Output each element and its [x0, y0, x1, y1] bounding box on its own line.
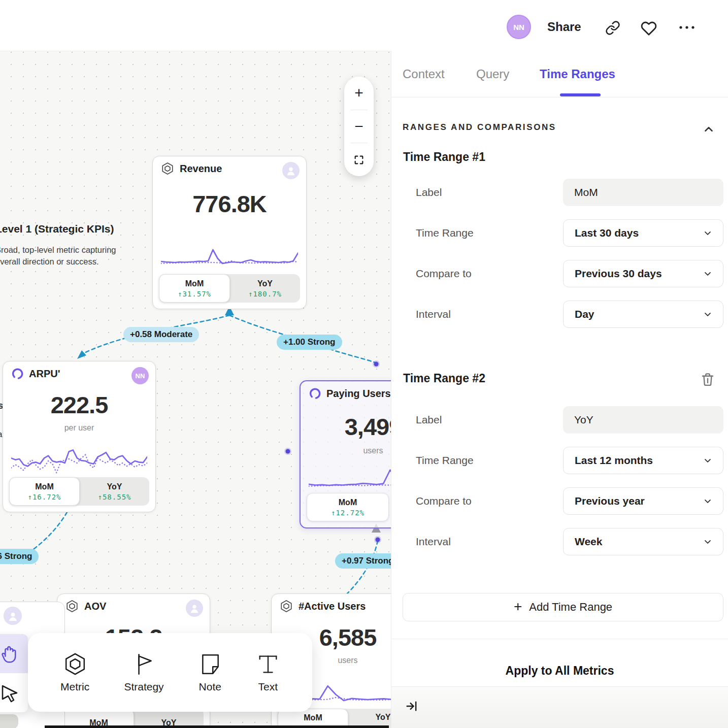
spinner-arc-icon — [11, 368, 23, 380]
tab-time-ranges[interactable]: Time Ranges — [540, 67, 615, 81]
flag-icon — [132, 652, 155, 676]
text-icon — [256, 652, 280, 676]
card-title: ARPU' — [29, 368, 60, 380]
time-range-toggle: MoM ↑31.57% YoY ↑180.7% — [159, 274, 300, 303]
chevron-down-icon — [703, 228, 713, 238]
sparkline-chart — [11, 439, 147, 479]
field-interval-2: Interval Week — [403, 528, 723, 555]
link-icon — [605, 20, 620, 36]
time-range-select[interactable]: Last 12 months — [563, 447, 723, 474]
tab-query[interactable]: Query — [476, 67, 509, 81]
card-title: #Active Users — [299, 601, 366, 612]
owner-avatar-nn[interactable]: NN — [131, 367, 149, 384]
toggle-mom[interactable]: MoM ↑31.57% — [159, 274, 230, 303]
correlation-badge[interactable]: +1.00 Strong — [277, 335, 342, 350]
canvas-note-body: Broad, top-level metric capturing overal… — [0, 244, 116, 268]
window-edge-strip — [45, 725, 389, 728]
canvas-note-title: Level 1 (Strategic KPIs) — [0, 223, 114, 235]
label-input[interactable]: YoY — [563, 406, 723, 434]
toggle-yoy[interactable]: YoY ↑58.55% — [80, 477, 149, 506]
ellipsis-icon — [678, 23, 696, 31]
interval-select[interactable]: Day — [563, 301, 723, 328]
owner-avatar-icon[interactable] — [282, 162, 300, 179]
zoom-in-button[interactable]: + — [344, 77, 374, 110]
delta-value: ↑31.57% — [178, 290, 211, 298]
panel-footer — [391, 686, 728, 728]
panel-tabs: Context Query Time Ranges — [391, 51, 728, 97]
correlation-badge[interactable]: 66 Strong — [0, 549, 39, 564]
toggle-mom[interactable]: MoM ↑12.72% — [307, 493, 389, 521]
metric-unit: per user — [3, 423, 155, 433]
zoom-out-button[interactable]: − — [344, 110, 374, 143]
time-range-2-title: Time Range #2 — [403, 372, 485, 385]
fit-view-button[interactable] — [344, 143, 374, 176]
hexagon-metric-icon — [63, 652, 87, 676]
time-range-toggle: MoM ↑16.72% YoY ↑58.55% — [9, 477, 149, 506]
field-time-range-2: Time Range Last 12 months — [403, 447, 723, 474]
field-interval-1: Interval Day — [403, 301, 723, 328]
chevron-down-icon — [703, 455, 713, 466]
collapse-panel-button[interactable] — [405, 699, 419, 713]
metric-card-revenue[interactable]: Revenue 776.8K MoM ↑31.57% YoY ↑180.7% — [152, 156, 307, 309]
toggle-yoy[interactable]: YoY ↑180.7% — [230, 274, 300, 303]
collapse-section-button[interactable] — [702, 123, 715, 136]
delta-value: ↑16.72% — [27, 493, 61, 501]
owner-avatar-icon[interactable] — [186, 600, 203, 617]
correlation-badge[interactable]: +0.58 Moderate — [123, 327, 199, 342]
add-time-range-button[interactable]: + Add Time Range — [403, 593, 723, 621]
apply-all-metrics-button[interactable]: Apply to All Metrics — [391, 664, 728, 678]
app-window: Level 1 (Strategic KPIs) Broad, top-leve… — [0, 0, 728, 728]
section-header: RANGES AND COMPARISONS — [403, 122, 556, 133]
tool-note[interactable]: Note — [198, 652, 222, 693]
hexagon-metric-icon — [65, 600, 79, 613]
hexagon-metric-icon — [280, 600, 293, 613]
hand-tool-button[interactable] — [0, 634, 28, 673]
label-input[interactable]: MoM — [563, 179, 723, 206]
collapse-right-icon — [407, 702, 416, 710]
delete-time-range-button[interactable] — [700, 372, 715, 387]
toggle-mom[interactable]: MoM ↑16.72% — [9, 477, 80, 506]
clipped-text-fragment: a — [0, 429, 2, 440]
delta-value: ↑180.7% — [248, 290, 282, 298]
trash-icon — [703, 374, 713, 385]
metric-tree-canvas[interactable]: Level 1 (Strategic KPIs) Broad, top-leve… — [0, 51, 391, 728]
object-toolbar: Metric Strategy Note — [28, 633, 312, 712]
owner-avatar-icon — [4, 607, 22, 625]
delta-value: ↑58.55% — [97, 493, 131, 501]
chevron-down-icon — [703, 496, 713, 506]
select-tool-button[interactable] — [0, 673, 28, 712]
field-label-1: Label MoM — [403, 179, 723, 206]
chevron-down-icon — [703, 537, 713, 547]
top-bar: NN Share — [0, 0, 728, 51]
hand-icon — [0, 643, 20, 665]
field-label-2: Label YoY — [403, 406, 723, 434]
canvas-zoom-controls: + − — [344, 77, 374, 176]
settings-panel: Context Query Time Ranges RANGES AND COM… — [391, 51, 728, 728]
chevron-down-icon — [703, 309, 713, 319]
sparkline-chart — [161, 242, 298, 267]
time-range-select[interactable]: Last 30 days — [563, 219, 723, 247]
interval-select[interactable]: Week — [563, 528, 723, 555]
user-avatar[interactable]: NN — [507, 15, 531, 39]
edge-arrowhead — [77, 350, 86, 359]
chevron-down-icon — [703, 269, 713, 279]
tool-text[interactable]: Text — [256, 652, 280, 693]
hexagon-metric-icon — [161, 162, 174, 175]
copy-link-button[interactable] — [605, 20, 620, 36]
cursor-tool-rail — [0, 634, 28, 712]
tool-metric[interactable]: Metric — [60, 652, 89, 693]
plus-icon: + — [514, 599, 522, 615]
compare-to-select[interactable]: Previous year — [563, 487, 723, 515]
metric-card-arpu[interactable]: ARPU' NN 222.5 per user MoM ↑16.72% YoY … — [3, 361, 156, 512]
card-title: AOV — [84, 601, 106, 612]
share-button[interactable]: Share — [547, 20, 581, 34]
more-options-button[interactable] — [678, 23, 696, 31]
tab-context[interactable]: Context — [403, 67, 445, 81]
field-compare-to-2: Compare to Previous year — [403, 487, 723, 515]
metric-value: 776.8K — [153, 190, 306, 218]
field-compare-to-1: Compare to Previous 30 days — [403, 260, 723, 287]
compare-to-select[interactable]: Previous 30 days — [563, 260, 723, 287]
tool-strategy[interactable]: Strategy — [124, 652, 163, 693]
active-tab-indicator — [560, 93, 601, 96]
favorite-button[interactable] — [641, 20, 657, 37]
